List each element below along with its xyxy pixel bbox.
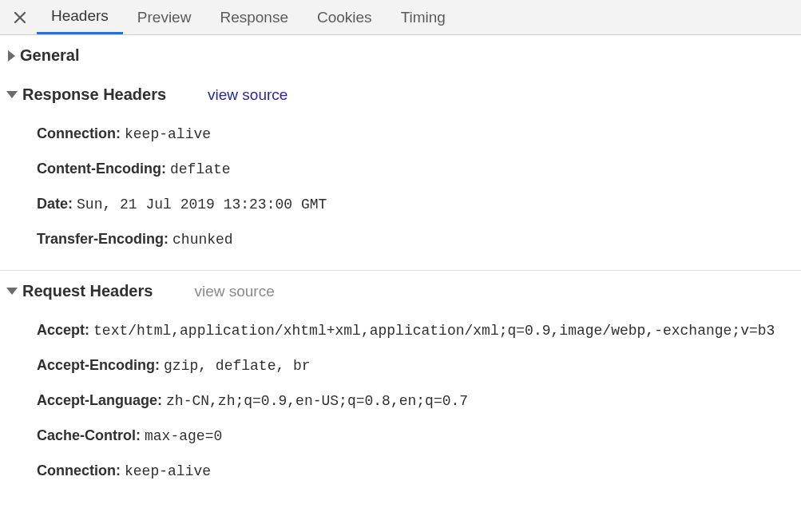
tab-preview[interactable]: Preview [123,0,206,34]
header-value: chunked [172,232,233,248]
section-response-title: Response Headers [22,85,166,104]
header-value: zh-CN,zh;q=0.9,en-US;q=0.8,en;q=0.7 [166,393,468,409]
header-name: Transfer-Encoding: [37,231,169,247]
header-row: Accept-Language: zh-CN,zh;q=0.9,en-US;q=… [0,383,801,419]
tab-response[interactable]: Response [205,0,303,34]
header-value: Sun, 21 Jul 2019 13:23:00 GMT [77,197,327,212]
section-general-header[interactable]: General [0,35,801,74]
header-name: Cache-Control: [37,427,141,443]
section-response-header[interactable]: Response Headers view source [0,74,801,113]
header-name: Date: [37,196,73,212]
header-name: Connection: [37,463,121,478]
header-row: Connection: keep-alive [0,454,801,489]
response-view-source-link[interactable]: view source [208,86,287,104]
header-row: Cache-Control: max-age=0 [0,419,801,454]
header-value: gzip, deflate, br [164,358,311,374]
response-headers-list: Connection: keep-alive Content-Encoding:… [0,113,801,270]
header-row: Date: Sun, 21 Jul 2019 13:23:00 GMT [0,187,801,222]
header-value: deflate [170,161,231,177]
header-value: keep-alive [125,463,211,479]
header-row: Accept-Encoding: gzip, deflate, br [0,348,801,383]
section-general-title: General [20,46,79,65]
header-value: text/html,application/xhtml+xml,applicat… [93,323,775,339]
header-row: Accept: text/html,application/xhtml+xml,… [0,313,801,348]
request-view-source-link[interactable]: view source [194,283,274,300]
header-row: Connection: keep-alive [0,117,801,152]
tab-timing[interactable]: Timing [387,0,460,34]
header-value: keep-alive [125,126,211,142]
section-request-header[interactable]: Request Headers view source [0,270,801,310]
tab-headers[interactable]: Headers [37,0,123,34]
tabs: Headers Preview Response Cookies Timing [37,0,460,34]
headers-panel: General Response Headers view source Con… [0,35,801,502]
section-request-title: Request Headers [22,282,153,300]
disclosure-down-icon [6,288,18,295]
tabbar: Headers Preview Response Cookies Timing [0,0,801,35]
header-name: Content-Encoding: [37,161,166,177]
close-icon[interactable] [11,9,29,26]
header-value: max-age=0 [145,428,222,444]
disclosure-down-icon [6,91,18,98]
tab-cookies[interactable]: Cookies [303,0,387,34]
header-name: Accept-Encoding: [37,357,160,373]
header-name: Accept-Language: [37,392,162,408]
header-row: Content-Encoding: deflate [0,152,801,187]
header-row: Transfer-Encoding: chunked [0,222,801,257]
header-name: Accept: [37,322,89,338]
disclosure-right-icon [8,50,15,62]
request-headers-list: Accept: text/html,application/xhtml+xml,… [0,310,801,502]
header-name: Connection: [37,125,121,141]
